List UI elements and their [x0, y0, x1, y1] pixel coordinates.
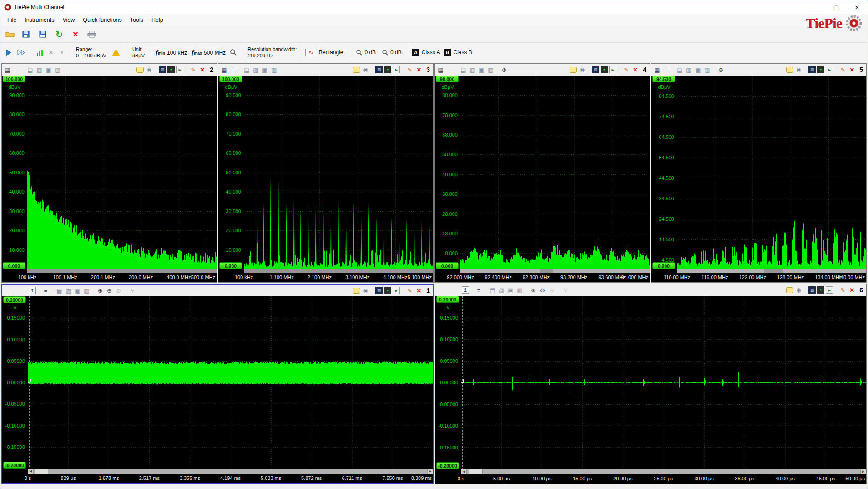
- data-collector-icon[interactable]: ▥: [375, 287, 383, 294]
- zoom-out-icon[interactable]: ⊖: [106, 287, 113, 295]
- scroll-thumb[interactable]: [764, 269, 783, 273]
- scroll-left-arrow[interactable]: ◀: [28, 469, 34, 474]
- menu-tools[interactable]: Tools: [126, 15, 147, 25]
- y-min-badge[interactable]: 0.000: [436, 262, 459, 269]
- quick-measure-icon[interactable]: ϟ: [561, 286, 569, 294]
- close-button[interactable]: ✕: [847, 0, 868, 14]
- scroll-thumb[interactable]: [35, 469, 48, 474]
- y-max-badge[interactable]: 100.000: [3, 76, 25, 82]
- snapshot-icon[interactable]: ◉: [145, 66, 153, 74]
- comment-icon[interactable]: [353, 288, 360, 294]
- meter-icon[interactable]: ●: [384, 66, 391, 73]
- zoom-in-icon[interactable]: ⊕: [717, 66, 725, 74]
- horizontal-scrollbar[interactable]: ◀ ▶: [28, 469, 433, 474]
- close-panel-icon[interactable]: ✕: [415, 66, 423, 74]
- y-min-badge[interactable]: -0.20000: [3, 462, 26, 469]
- chart-view-icon[interactable]: ▨: [498, 286, 505, 294]
- image-view-icon[interactable]: ▣: [507, 286, 515, 294]
- print-button[interactable]: [86, 28, 98, 41]
- data-collector-icon[interactable]: ▥: [375, 66, 383, 73]
- scroll-right-arrow[interactable]: ▶: [860, 469, 866, 474]
- close-panel-icon[interactable]: ✕: [415, 287, 423, 295]
- meter-icon[interactable]: ●: [817, 66, 824, 73]
- pan-mode-icon[interactable]: ↥: [462, 286, 469, 294]
- y-max-badge[interactable]: 0.20000: [3, 296, 26, 303]
- remove-graph-button[interactable]: ✕: [45, 46, 56, 59]
- start-button[interactable]: [3, 46, 14, 59]
- plot-canvas[interactable]: [27, 76, 217, 269]
- graph-type-button[interactable]: [35, 46, 45, 59]
- scroll-right-arrow[interactable]: ▶: [427, 469, 433, 474]
- table-view-icon[interactable]: ▤: [489, 286, 496, 294]
- report-view-icon[interactable]: ▥: [83, 287, 91, 295]
- data-collector-icon[interactable]: ▥: [159, 66, 166, 73]
- image-view-icon[interactable]: ▣: [478, 66, 485, 74]
- comment-icon[interactable]: [570, 67, 577, 73]
- zoom-in-icon[interactable]: ⊕: [96, 287, 104, 295]
- snapshot-icon[interactable]: ◉: [795, 286, 802, 294]
- menu-quick-functions[interactable]: Quick functions: [79, 15, 126, 25]
- chart-view-icon[interactable]: ▨: [252, 66, 260, 74]
- open-file-button[interactable]: [4, 28, 16, 41]
- chart-view-icon[interactable]: ▨: [685, 66, 693, 74]
- gain2-button[interactable]: [379, 46, 390, 59]
- grid-icon[interactable]: ▦: [220, 66, 228, 74]
- scroll-thumb[interactable]: [27, 269, 217, 273]
- image-view-icon[interactable]: ▣: [45, 66, 52, 74]
- zoom-out-icon[interactable]: ⊖: [539, 286, 546, 294]
- export-icon[interactable]: ▸: [393, 287, 400, 294]
- comment-icon[interactable]: [786, 287, 793, 293]
- zoom-in-icon[interactable]: ⊕: [530, 286, 537, 294]
- one-shot-button[interactable]: [14, 46, 28, 59]
- export-icon[interactable]: ▸: [826, 66, 833, 73]
- export-icon[interactable]: ▸: [826, 286, 833, 294]
- chart-view-icon[interactable]: ▨: [35, 66, 43, 74]
- table-view-icon[interactable]: ▤: [676, 66, 684, 74]
- export-save-button[interactable]: [20, 28, 32, 41]
- grid-icon[interactable]: ▦: [437, 66, 444, 74]
- menu-view[interactable]: View: [58, 15, 79, 25]
- y-max-badge[interactable]: 100.000: [219, 76, 242, 82]
- horizontal-scrollbar[interactable]: [460, 269, 650, 273]
- save-button[interactable]: [37, 28, 49, 41]
- refresh-button[interactable]: ↻: [53, 28, 65, 41]
- window-function-value[interactable]: Rectangle: [318, 49, 343, 56]
- scroll-thumb[interactable]: [244, 269, 433, 273]
- y-max-badge[interactable]: 0.20000: [436, 296, 459, 303]
- plot-canvas[interactable]: [244, 76, 433, 269]
- edit-icon[interactable]: ✎: [839, 286, 847, 294]
- scroll-thumb[interactable]: [540, 269, 553, 273]
- display-settings-icon[interactable]: ≡: [446, 66, 454, 74]
- close-panel-icon[interactable]: ✕: [848, 286, 856, 294]
- report-view-icon[interactable]: ▥: [516, 286, 524, 294]
- data-collector-icon[interactable]: ▥: [808, 66, 816, 73]
- display-settings-icon[interactable]: ≡: [662, 66, 670, 74]
- y-max-badge[interactable]: 98.000: [436, 76, 459, 82]
- maximize-button[interactable]: ▢: [826, 0, 847, 14]
- y-min-badge[interactable]: 0.000: [652, 262, 675, 269]
- frequency-zoom-button[interactable]: [228, 46, 239, 59]
- horizontal-scrollbar[interactable]: ◀ ▶: [461, 469, 866, 474]
- grid-icon[interactable]: ▦: [653, 66, 661, 74]
- horizontal-scrollbar[interactable]: [677, 269, 866, 273]
- export-icon[interactable]: ▸: [609, 66, 616, 73]
- edit-icon[interactable]: ✎: [406, 66, 414, 74]
- export-icon[interactable]: ▸: [176, 66, 183, 73]
- edit-icon[interactable]: ✎: [622, 66, 630, 74]
- edit-icon[interactable]: ✎: [839, 66, 847, 74]
- table-view-icon[interactable]: ▤: [459, 66, 467, 74]
- snapshot-icon[interactable]: ◉: [795, 66, 802, 74]
- menu-help[interactable]: Help: [147, 15, 167, 25]
- quick-measure-icon[interactable]: ϟ: [128, 287, 136, 295]
- meter-icon[interactable]: ●: [601, 66, 608, 73]
- close-panel-icon[interactable]: ✕: [848, 66, 856, 74]
- data-collector-icon[interactable]: ▥: [808, 286, 816, 294]
- gain2-value[interactable]: 0 dB: [390, 49, 402, 56]
- comment-icon[interactable]: [136, 67, 144, 73]
- y-max-badge[interactable]: 94.500: [652, 76, 675, 82]
- gain1-button[interactable]: [353, 46, 364, 59]
- y-min-badge[interactable]: 0.000: [219, 262, 242, 269]
- snapshot-icon[interactable]: ◉: [362, 287, 369, 295]
- display-settings-icon[interactable]: ≡: [13, 66, 20, 74]
- table-view-icon[interactable]: ▤: [56, 287, 63, 295]
